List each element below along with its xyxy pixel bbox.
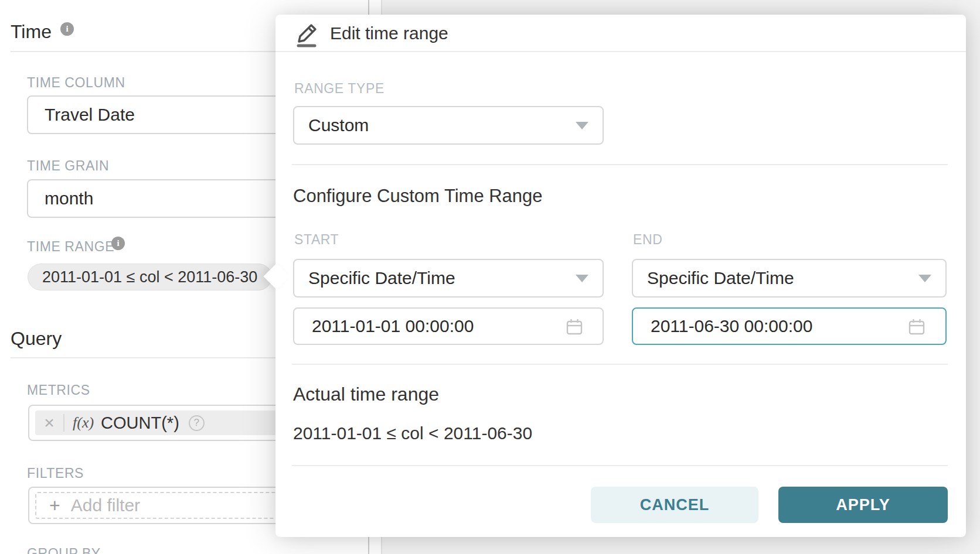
time-range-pill-value: 2011-01-01 ≤ col < 2011-06-30 <box>42 268 257 286</box>
calendar-icon[interactable] <box>908 318 925 338</box>
edit-pencil-icon <box>294 20 320 47</box>
end-mode-select[interactable]: Specific Date/Time <box>632 259 947 297</box>
time-grain-value: month <box>45 189 93 208</box>
add-filter-label: Add filter <box>71 495 140 515</box>
function-icon: f(x) <box>73 414 94 432</box>
actual-time-range-value: 2011-01-01 ≤ col < 2011-06-30 <box>293 423 532 443</box>
group-by-label: GROUP BY <box>27 546 101 554</box>
chip-separator <box>63 414 64 432</box>
edit-time-range-popover: Edit time range RANGE TYPE Custom Config… <box>275 15 966 537</box>
range-type-select[interactable]: Custom <box>293 106 604 145</box>
popover-header: Edit time range <box>275 15 966 52</box>
end-mode-value: Specific Date/Time <box>647 268 794 288</box>
time-column-label: TIME COLUMN <box>27 75 125 91</box>
divider <box>292 164 948 165</box>
metric-chip-label: COUNT(*) <box>101 413 179 433</box>
calendar-icon[interactable] <box>566 318 583 338</box>
time-range-info-icon[interactable]: i <box>111 237 125 250</box>
chevron-down-icon <box>576 275 588 282</box>
time-range-label: TIME RANGE <box>27 239 114 255</box>
configure-heading: Configure Custom Time Range <box>293 186 543 207</box>
divider <box>292 465 948 466</box>
time-section-title: Time <box>11 21 52 43</box>
start-mode-value: Specific Date/Time <box>308 268 455 288</box>
end-datetime-input[interactable] <box>632 307 947 345</box>
superset-explore-page: Time i TIME COLUMN Travel Date TIME GRAI… <box>0 0 980 554</box>
start-datetime-input[interactable] <box>293 307 604 345</box>
range-type-value: Custom <box>308 115 369 135</box>
time-info-icon[interactable]: i <box>60 22 74 36</box>
time-column-value: Travel Date <box>45 105 135 125</box>
filters-label: FILTERS <box>27 466 84 481</box>
plus-icon: + <box>49 496 60 515</box>
time-range-pill[interactable]: 2011-01-01 ≤ col < 2011-06-30 <box>28 264 272 290</box>
actual-time-range-heading: Actual time range <box>293 384 439 405</box>
range-type-label: RANGE TYPE <box>294 81 384 97</box>
time-grain-label: TIME GRAIN <box>27 158 109 174</box>
start-label: START <box>294 232 339 248</box>
close-icon[interactable]: × <box>35 414 63 432</box>
end-label: END <box>633 232 662 248</box>
metrics-label: METRICS <box>27 382 90 398</box>
cancel-button[interactable]: CANCEL <box>591 487 758 523</box>
chevron-down-icon <box>576 122 588 129</box>
apply-button[interactable]: APPLY <box>778 487 948 523</box>
chevron-down-icon <box>918 275 931 282</box>
divider <box>292 364 948 365</box>
question-icon[interactable]: ? <box>189 415 205 431</box>
query-section-title: Query <box>11 328 62 350</box>
popover-title: Edit time range <box>330 15 448 52</box>
start-mode-select[interactable]: Specific Date/Time <box>293 259 604 297</box>
